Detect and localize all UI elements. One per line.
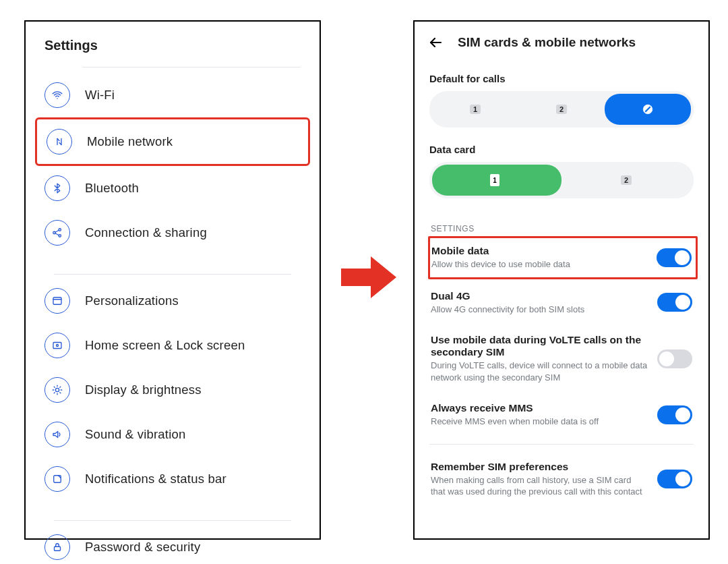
- display-brightness-icon: [44, 377, 70, 403]
- default-calls-opt-1[interactable]: 1: [432, 94, 518, 125]
- sim-pref-toggle[interactable]: [657, 470, 692, 488]
- settings-section: SETTINGS Mobile data Allow this device t…: [415, 198, 708, 507]
- lock-icon: [44, 534, 70, 560]
- dual-4g-title: Dual 4G: [431, 290, 648, 302]
- data-card-opt-2[interactable]: 2: [562, 165, 691, 196]
- divider: [82, 67, 301, 67]
- settings-item-bluetooth[interactable]: Bluetooth: [35, 166, 310, 210]
- settings-item-personalizations[interactable]: Personalizations: [35, 279, 310, 323]
- sim-card-icon: 1: [490, 174, 499, 186]
- settings-item-notifications[interactable]: Notifications & status bar: [35, 457, 310, 501]
- settings-item-sound[interactable]: Sound & vibration: [35, 412, 310, 457]
- home-lock-label: Home screen & Lock screen: [85, 338, 245, 353]
- mobile-data-toggle[interactable]: [657, 248, 692, 267]
- default-calls-block: Default for calls 1 2: [415, 57, 708, 128]
- sim-pref-sub: When making calls from call history, use…: [431, 474, 648, 498]
- settings-item-connection-sharing[interactable]: Connection & sharing: [35, 210, 310, 255]
- divider: [54, 520, 291, 521]
- row-volte[interactable]: Use mobile data during VoLTE calls on th…: [429, 325, 694, 393]
- row-dual-4g[interactable]: Dual 4G Allow 4G connectivity for both S…: [429, 281, 694, 325]
- svg-point-6: [55, 388, 59, 391]
- gap: [35, 255, 310, 270]
- header: SIM cards & mobile networks: [415, 22, 708, 57]
- back-button[interactable]: [427, 34, 444, 51]
- settings-list: Wi-Fi Mobile network Bluetooth Connectio…: [26, 73, 320, 564]
- data-card-label: Data card: [429, 144, 694, 155]
- svg-rect-8: [55, 546, 61, 551]
- default-calls-opt-2[interactable]: 2: [518, 94, 605, 125]
- home-lock-icon: [44, 333, 70, 358]
- dual-4g-toggle[interactable]: [657, 293, 692, 312]
- connection-sharing-label: Connection & sharing: [85, 225, 207, 240]
- personalizations-icon: [44, 288, 70, 314]
- row-mobile-data[interactable]: Mobile data Allow this device to use mob…: [428, 236, 698, 279]
- data-card-selector: 1 2: [429, 162, 694, 198]
- volte-toggle[interactable]: [657, 349, 692, 368]
- settings-item-password-security[interactable]: Password & security: [35, 525, 310, 564]
- data-card-opt-1[interactable]: 1: [432, 165, 562, 196]
- default-calls-opt-none[interactable]: [605, 94, 691, 125]
- notifications-icon: [44, 466, 70, 492]
- svg-marker-9: [341, 256, 396, 298]
- default-calls-selector: 1 2: [429, 91, 694, 128]
- divider: [429, 444, 694, 445]
- settings-item-home-lock[interactable]: Home screen & Lock screen: [35, 323, 310, 368]
- settings-item-display[interactable]: Display & brightness: [35, 368, 310, 412]
- mms-title: Always receive MMS: [431, 402, 648, 414]
- svg-rect-4: [53, 343, 61, 349]
- gap: [35, 501, 310, 516]
- arrow-right-icon: [341, 254, 396, 301]
- settings-screen: Settings Wi-Fi Mobile network Bluetooth: [24, 20, 321, 540]
- mobile-network-icon: [47, 129, 72, 154]
- notifications-label: Notifications & status bar: [85, 472, 226, 486]
- wifi-icon: [44, 82, 70, 108]
- volte-sub: During VoLTE calls, device will connect …: [431, 360, 648, 383]
- default-calls-label: Default for calls: [429, 73, 694, 84]
- mms-sub: Receive MMS even when mobile data is off: [431, 416, 648, 428]
- wifi-label: Wi-Fi: [85, 88, 115, 103]
- mobile-data-title: Mobile data: [431, 245, 647, 257]
- sound-label: Sound & vibration: [85, 427, 185, 442]
- page-title: SIM cards & mobile networks: [458, 35, 636, 50]
- mms-toggle[interactable]: [657, 405, 692, 424]
- row-sim-preferences[interactable]: Remember SIM preferences When making cal…: [429, 451, 694, 507]
- settings-item-wifi[interactable]: Wi-Fi: [35, 73, 310, 117]
- settings-item-mobile-network[interactable]: Mobile network: [35, 117, 310, 166]
- page-title: Settings: [26, 22, 320, 67]
- sim-screen: SIM cards & mobile networks Default for …: [413, 20, 710, 540]
- section-label: SETTINGS: [431, 224, 694, 233]
- sim-pref-title: Remember SIM preferences: [431, 461, 648, 473]
- sound-icon: [44, 422, 70, 447]
- dual-4g-sub: Allow 4G connectivity for both SIM slots: [431, 304, 648, 316]
- mobile-data-sub: Allow this device to use mobile data: [431, 258, 647, 271]
- data-card-block: Data card 1 2: [415, 128, 708, 198]
- personalizations-label: Personalizations: [85, 293, 179, 308]
- canvas: Settings Wi-Fi Mobile network Bluetooth: [0, 0, 728, 564]
- connection-sharing-icon: [44, 220, 70, 246]
- bluetooth-icon: [44, 175, 70, 201]
- row-mms[interactable]: Always receive MMS Receive MMS even when…: [429, 393, 694, 437]
- svg-point-5: [57, 345, 59, 347]
- divider: [54, 274, 291, 275]
- volte-title: Use mobile data during VoLTE calls on th…: [431, 334, 648, 358]
- display-label: Display & brightness: [85, 383, 202, 397]
- svg-point-0: [57, 98, 58, 99]
- bluetooth-label: Bluetooth: [85, 181, 139, 196]
- password-label: Password & security: [85, 540, 200, 555]
- mobile-network-label: Mobile network: [87, 134, 173, 149]
